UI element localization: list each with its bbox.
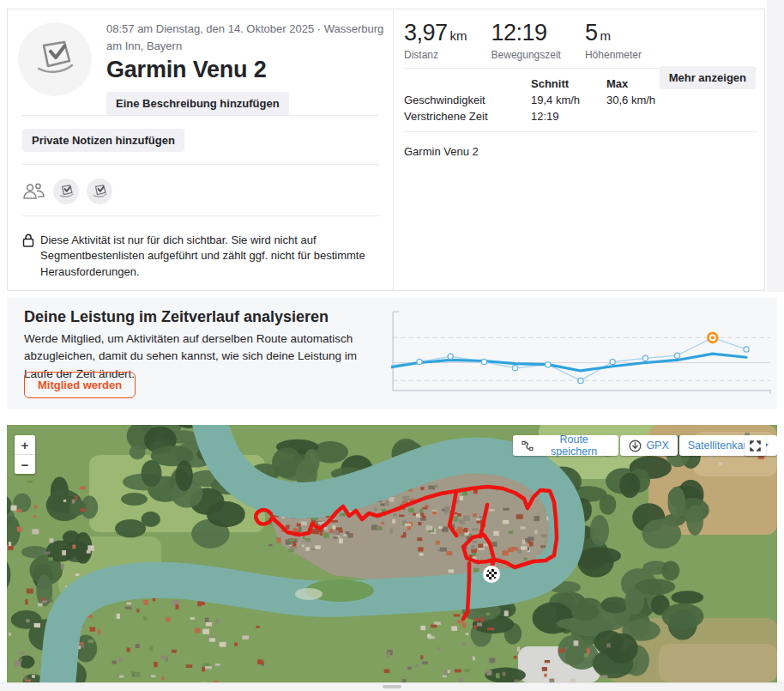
table-row: Geschwindigkeit 19,4 km/h 30,6 km/h bbox=[404, 93, 709, 108]
zoom-out-button[interactable]: − bbox=[15, 455, 35, 474]
gpx-label: GPX bbox=[646, 439, 668, 452]
activity-badge[interactable] bbox=[53, 179, 79, 204]
privacy-note: Diese Aktivität ist nur für dich sichtba… bbox=[22, 233, 376, 280]
divider bbox=[22, 115, 379, 116]
performance-chart-wrap bbox=[391, 308, 772, 394]
save-route-label: Route speichern bbox=[538, 433, 610, 458]
activity-title: Garmin Venu 2 bbox=[106, 57, 389, 83]
stat-label: Distanz bbox=[404, 49, 467, 61]
activity-summary-card: 08:57 am Dienstag, den 14. Oktober 2025 … bbox=[7, 9, 765, 291]
stat-elevation: 5m Höhenmeter bbox=[585, 20, 642, 61]
map-toolbar: Route speichern GPX Satellitenkarte bbox=[513, 435, 777, 456]
become-member-button[interactable]: Mitglied werden bbox=[24, 372, 136, 398]
stat-distance: 3,97km Distanz bbox=[404, 20, 467, 61]
divider bbox=[22, 164, 379, 165]
row-label: Verstrichene Zeit bbox=[404, 109, 531, 124]
save-route-button[interactable]: Route speichern bbox=[513, 435, 618, 456]
row-avg: 12:19 bbox=[531, 109, 606, 124]
stat-moving-time: 12:19 Bewegungszeit bbox=[492, 20, 561, 61]
private-notes-button[interactable]: Private Notizen hinzufügen bbox=[22, 129, 184, 152]
lock-icon bbox=[22, 233, 34, 247]
stat-label: Höhenmeter bbox=[585, 49, 642, 61]
stat-label: Bewegungszeit bbox=[492, 49, 561, 61]
activity-datetime: 08:57 am Dienstag, den 14. Oktober 2025 … bbox=[106, 21, 389, 54]
privacy-note-text: Diese Aktivität ist nur für dich sichtba… bbox=[40, 233, 376, 280]
laptop-check-icon bbox=[92, 185, 108, 199]
stat-unit: m bbox=[600, 28, 611, 43]
add-description-button[interactable]: Eine Beschreibung hinzufügen bbox=[106, 92, 289, 115]
route-icon bbox=[522, 440, 534, 452]
upsell-title: Deine Leistung im Zeitverlauf analysiere… bbox=[24, 308, 329, 326]
row-avg: 19,4 km/h bbox=[531, 93, 606, 108]
activity-page: 08:57 am Dienstag, den 14. Oktober 2025 … bbox=[0, 0, 784, 691]
upsell-section: Deine Leistung im Zeitverlauf analysiere… bbox=[7, 298, 777, 409]
activity-badge[interactable] bbox=[87, 179, 112, 204]
divider bbox=[393, 9, 394, 290]
fullscreen-icon bbox=[749, 439, 762, 452]
laptop-check-icon bbox=[33, 40, 76, 78]
social-row bbox=[22, 179, 112, 204]
row-label: Geschwindigkeit bbox=[404, 93, 531, 108]
stat-unit: km bbox=[450, 28, 467, 43]
table-row: Verstrichene Zeit 12:19 bbox=[404, 109, 709, 124]
stat-value: 12:19 bbox=[492, 20, 547, 45]
divider bbox=[22, 215, 379, 216]
download-icon bbox=[629, 439, 642, 452]
fullscreen-button[interactable] bbox=[745, 435, 766, 456]
activity-type-avatar bbox=[18, 22, 92, 96]
stat-value: 5 bbox=[585, 20, 598, 45]
row-max bbox=[606, 109, 709, 124]
grip-icon bbox=[383, 685, 401, 688]
row-max: 30,6 km/h bbox=[606, 93, 709, 108]
divider bbox=[404, 131, 757, 132]
map-container[interactable]: + − Route speichern GPX Sa bbox=[7, 425, 777, 682]
stat-value: 3,97 bbox=[404, 20, 448, 45]
device-name: Garmin Venu 2 bbox=[404, 145, 479, 158]
show-more-button[interactable]: Mehr anzeigen bbox=[660, 66, 756, 89]
section-resize-handle[interactable] bbox=[0, 682, 784, 691]
gpx-download-button[interactable]: GPX bbox=[620, 435, 677, 456]
group-athletes-icon[interactable] bbox=[22, 182, 45, 201]
map-zoom-control: + − bbox=[15, 435, 35, 474]
zoom-in-button[interactable]: + bbox=[15, 435, 35, 454]
page-gutter bbox=[767, 0, 784, 292]
performance-chart bbox=[391, 308, 772, 394]
laptop-check-icon bbox=[58, 185, 75, 199]
primary-stats: 3,97km Distanz 12:19 Bewegungszeit 5m Hö… bbox=[404, 20, 642, 61]
satellite-map-svg bbox=[7, 425, 777, 682]
col-header-avg: Schnitt bbox=[531, 76, 606, 92]
